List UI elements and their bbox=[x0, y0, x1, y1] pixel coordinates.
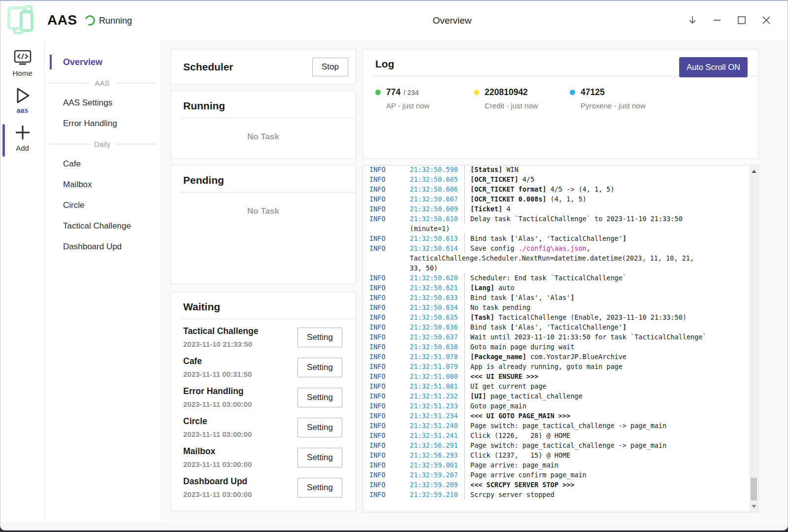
maximize-button[interactable] bbox=[729, 8, 754, 33]
scheduler-title: Scheduler bbox=[171, 61, 233, 73]
task-name: Tactical Challenge bbox=[183, 326, 258, 336]
stat-dot-icon bbox=[474, 90, 479, 95]
activity-item-label: aas bbox=[17, 106, 28, 114]
task-row-error-handling: Error Handling 2023-11-11 03:00:00 Setti… bbox=[171, 382, 356, 412]
minimize-icon bbox=[712, 15, 722, 26]
log-line: INFO21:32:59.001Page arrive: page_main bbox=[369, 460, 747, 470]
log-line: INFO21:32:50.598[Status] WIN bbox=[369, 165, 747, 174]
stat-dot-icon bbox=[570, 90, 575, 95]
activity-item-label: Add bbox=[16, 144, 29, 152]
nav-item-label: Circle bbox=[63, 200, 84, 210]
activity-item-home[interactable]: Home bbox=[0, 49, 44, 77]
task-next-run: 2023-11-11 03:00:00 bbox=[183, 400, 252, 408]
nav-item-mailbox[interactable]: Mailbox bbox=[45, 174, 161, 195]
window-footer bbox=[0, 522, 788, 530]
log-line: INFO21:32:50.620Scheduler: End task `Tac… bbox=[369, 273, 747, 283]
stat-label: AP - just now bbox=[386, 101, 474, 110]
stat-value: 220810942 bbox=[485, 87, 528, 98]
resource-stats: 774 / 234 AP - just now 220810942 Credit… bbox=[363, 76, 758, 110]
page-title: Overview bbox=[432, 1, 471, 39]
log-line: INFO21:32:50.607[OCR_TICKET 0.008s] (4, … bbox=[369, 194, 747, 204]
app-window: AAS Running Overview bbox=[0, 0, 788, 531]
log-line: (minute=1) bbox=[369, 224, 747, 233]
log-line: TacticalChallenge.Scheduler.NextRun=date… bbox=[369, 253, 747, 263]
scheduler-panel: Scheduler Stop bbox=[170, 49, 356, 85]
nav-item-label: Overview bbox=[63, 57, 102, 67]
log-line: INFO21:32:50.606[OCR_TICKET format] 4/5 … bbox=[369, 184, 747, 194]
setting-button[interactable]: Setting bbox=[297, 388, 342, 407]
divider bbox=[180, 319, 356, 319]
nav-item-label: Dashboard Upd bbox=[63, 242, 122, 251]
stat-value: 774 bbox=[386, 87, 400, 98]
log-line: INFO21:32:50.614Save config ./config\aas… bbox=[369, 243, 747, 253]
stat-credit: 220810942 Credit - just now bbox=[474, 87, 570, 110]
log-line: INFO21:32:50.609[Ticket] 4 bbox=[369, 204, 747, 214]
log-line: INFO21:32:51.234<<< UI GOTO PAGE_MAIN >>… bbox=[369, 411, 747, 421]
nav-item-aas-settings[interactable]: AAS Settings bbox=[45, 93, 161, 113]
nav-item-label: Cafe bbox=[63, 159, 81, 168]
setting-button[interactable]: Setting bbox=[297, 478, 342, 498]
close-button[interactable] bbox=[754, 8, 779, 33]
nav-item-error-handling[interactable]: Error Handling bbox=[45, 113, 161, 134]
task-next-run: 2023-11-11 00:31:50 bbox=[183, 370, 252, 378]
scrollbar-thumb[interactable] bbox=[751, 478, 757, 500]
running-title: Running bbox=[171, 91, 356, 112]
activity-item-aas[interactable]: aas bbox=[0, 87, 44, 114]
log-line: INFO21:32:56.291Page switch: page_tactic… bbox=[369, 440, 747, 450]
activity-item-add[interactable]: Add bbox=[0, 124, 44, 152]
task-row-cafe: Cafe 2023-11-11 00:31:50 Setting bbox=[171, 352, 356, 382]
task-next-run: 2023-11-10 21:33:50 bbox=[183, 340, 258, 348]
nav-item-tactical-challenge[interactable]: Tactical Challenge bbox=[45, 216, 161, 236]
setting-button[interactable]: Setting bbox=[297, 448, 342, 467]
stat-label: Credit - just now bbox=[485, 101, 570, 110]
activity-bar: Home aas Add bbox=[0, 39, 45, 522]
download-update-button[interactable] bbox=[680, 8, 705, 33]
log-line: INFO21:32:50.605[OCR_TICKET] 4/5 bbox=[369, 174, 747, 184]
log-line: INFO21:32:50.634No task pending bbox=[369, 302, 747, 312]
nav-section-label: Daily bbox=[94, 140, 110, 148]
setting-button[interactable]: Setting bbox=[297, 328, 342, 347]
scrollbar-down-arrow[interactable] bbox=[750, 502, 758, 510]
scrollbar-up-arrow[interactable] bbox=[750, 167, 758, 175]
divider bbox=[180, 118, 356, 118]
nav-section-aas: AAS bbox=[45, 73, 161, 93]
play-icon bbox=[14, 87, 31, 104]
stop-button[interactable]: Stop bbox=[312, 58, 348, 76]
arrow-down-icon bbox=[687, 15, 698, 26]
nav-item-cafe[interactable]: Cafe bbox=[45, 154, 161, 174]
waiting-task-list: Tactical Challenge 2023-11-10 21:33:50 S… bbox=[171, 322, 356, 502]
task-row-tactical-challenge: Tactical Challenge 2023-11-10 21:33:50 S… bbox=[171, 322, 356, 352]
nav-section-daily: Daily bbox=[45, 134, 161, 154]
task-name: Error Handling bbox=[183, 386, 252, 397]
nav-item-dashboard-upd[interactable]: Dashboard Upd bbox=[45, 236, 161, 257]
task-row-mailbox: Mailbox 2023-11-11 03:00:00 Setting bbox=[171, 442, 356, 472]
minimize-button[interactable] bbox=[705, 8, 729, 33]
main-content: Scheduler Stop Running No Task Pending N… bbox=[161, 39, 788, 522]
log-line: INFO21:32:50.621[Lang] auto bbox=[369, 283, 747, 293]
task-name: Circle bbox=[183, 416, 252, 427]
nav-panel: Overview AAS AAS Settings Error Handling… bbox=[45, 39, 161, 522]
stat-value: 47125 bbox=[581, 87, 605, 98]
auto-scroll-button[interactable]: Auto Scroll ON bbox=[679, 57, 748, 77]
log-console[interactable]: INFO21:32:50.598[Status] WININFO21:32:50… bbox=[362, 165, 759, 512]
titlebar: AAS Running Overview bbox=[0, 1, 788, 39]
setting-button[interactable]: Setting bbox=[297, 418, 342, 437]
nav-item-circle[interactable]: Circle bbox=[45, 195, 161, 216]
task-row-dashboard-upd: Dashboard Upd 2023-11-11 03:00:00 Settin… bbox=[171, 472, 356, 502]
app-name: AAS bbox=[47, 1, 77, 39]
setting-button[interactable]: Setting bbox=[297, 358, 342, 377]
log-line: INFO21:32:51.233Goto page_main bbox=[369, 401, 747, 411]
nav-section-label: AAS bbox=[95, 79, 110, 87]
nav-item-label: AAS Settings bbox=[63, 98, 112, 107]
plus-icon bbox=[14, 124, 31, 141]
nav-item-overview[interactable]: Overview bbox=[45, 51, 161, 73]
task-name: Mailbox bbox=[183, 446, 252, 457]
active-item-indicator bbox=[2, 124, 5, 157]
log-line: INFO21:32:51.232[UI] page_tactical_chall… bbox=[369, 391, 747, 401]
divider bbox=[180, 192, 356, 193]
log-scrollbar[interactable] bbox=[750, 166, 758, 511]
close-icon bbox=[761, 15, 772, 26]
log-line: INFO21:32:59.207Page arrive confirm page… bbox=[369, 470, 747, 480]
task-name: Cafe bbox=[183, 356, 252, 366]
log-line: INFO21:32:51.079App is already running, … bbox=[369, 362, 747, 371]
